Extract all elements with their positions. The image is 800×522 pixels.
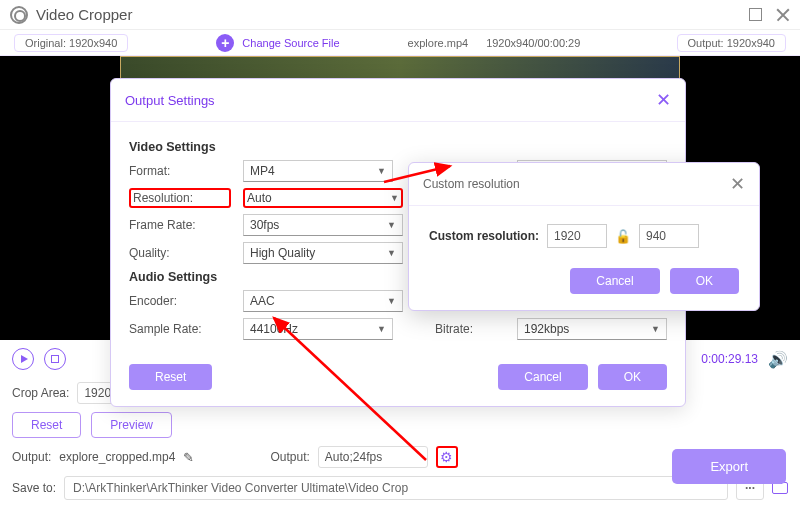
output-mode-label: Output: xyxy=(270,450,309,464)
stop-button[interactable] xyxy=(44,348,66,370)
custom-res-label: Custom resolution: xyxy=(429,229,539,243)
samplerate-select[interactable]: 44100Hz▼ xyxy=(243,318,393,340)
settings-gear-highlight: ⚙ xyxy=(436,446,458,468)
dialog-close-icon[interactable]: ✕ xyxy=(656,89,671,111)
framerate-label: Frame Rate: xyxy=(129,218,231,232)
play-button[interactable] xyxy=(12,348,34,370)
resolution-select[interactable]: Auto▼ xyxy=(243,188,403,208)
app-logo-icon xyxy=(10,6,28,24)
reset-button[interactable]: Reset xyxy=(12,412,81,438)
edit-filename-icon[interactable]: ✎ xyxy=(183,450,194,465)
quality-label: Quality: xyxy=(129,246,231,260)
format-label: Format: xyxy=(129,164,231,178)
dialog-cancel-button[interactable]: Cancel xyxy=(498,364,587,390)
play-icon xyxy=(21,355,28,363)
custom-res-title: Custom resolution xyxy=(423,177,520,191)
save-to-label: Save to: xyxy=(12,481,56,495)
filename-label: explore.mp4 xyxy=(408,37,469,49)
stop-icon xyxy=(51,355,59,363)
chevron-down-icon: ▼ xyxy=(387,220,396,230)
custom-res-width-input[interactable] xyxy=(547,224,607,248)
custom-res-close-icon[interactable]: ✕ xyxy=(730,173,745,195)
encoder-a-select[interactable]: AAC▼ xyxy=(243,290,403,312)
framerate-select[interactable]: 30fps▼ xyxy=(243,214,403,236)
change-source-link[interactable]: Change Source File xyxy=(242,37,339,49)
video-settings-heading: Video Settings xyxy=(129,140,667,154)
dialog-title: Output Settings xyxy=(125,93,215,108)
volume-icon[interactable]: 🔊 xyxy=(768,350,788,369)
close-icon[interactable] xyxy=(776,8,790,22)
bitrate-select[interactable]: 192kbps▼ xyxy=(517,318,667,340)
maximize-icon[interactable] xyxy=(749,8,762,21)
custom-resolution-dialog: Custom resolution ✕ Custom resolution: 🔓… xyxy=(408,162,760,311)
export-button[interactable]: Export xyxy=(672,449,786,484)
chevron-down-icon: ▼ xyxy=(387,248,396,258)
custom-res-height-input[interactable] xyxy=(639,224,699,248)
chevron-down-icon: ▼ xyxy=(377,166,386,176)
gear-icon[interactable]: ⚙ xyxy=(440,450,454,464)
quality-select[interactable]: High Quality▼ xyxy=(243,242,403,264)
samplerate-label: Sample Rate: xyxy=(129,322,231,336)
unlock-icon[interactable]: 🔓 xyxy=(615,229,631,244)
output-dimensions: Output: 1920x940 xyxy=(677,34,786,52)
original-dimensions: Original: 1920x940 xyxy=(14,34,128,52)
chevron-down-icon: ▼ xyxy=(377,324,386,334)
output-mode-value: Auto;24fps xyxy=(318,446,428,468)
save-path-input[interactable]: D:\ArkThinker\ArkThinker Video Converter… xyxy=(64,476,728,500)
timecode: 0:00:29.13 xyxy=(701,352,758,366)
custom-res-ok-button[interactable]: OK xyxy=(670,268,739,294)
crop-area-label: Crop Area: xyxy=(12,386,69,400)
dims-time-label: 1920x940/00:00:29 xyxy=(486,37,580,49)
chevron-down-icon: ▼ xyxy=(651,324,660,334)
plus-icon[interactable]: + xyxy=(216,34,234,52)
resolution-label-highlight: Resolution: xyxy=(129,188,231,208)
dialog-ok-button[interactable]: OK xyxy=(598,364,667,390)
output-file-value: explore_cropped.mp4 xyxy=(59,450,175,464)
app-title: Video Cropper xyxy=(36,6,132,23)
encoder-a-label: Encoder: xyxy=(129,294,231,308)
custom-res-cancel-button[interactable]: Cancel xyxy=(570,268,659,294)
chevron-down-icon: ▼ xyxy=(390,193,399,203)
preview-button[interactable]: Preview xyxy=(91,412,172,438)
format-select[interactable]: MP4▼ xyxy=(243,160,393,182)
dialog-reset-button[interactable]: Reset xyxy=(129,364,212,390)
output-file-label: Output: xyxy=(12,450,51,464)
bitrate-label: Bitrate: xyxy=(435,322,505,336)
chevron-down-icon: ▼ xyxy=(387,296,396,306)
